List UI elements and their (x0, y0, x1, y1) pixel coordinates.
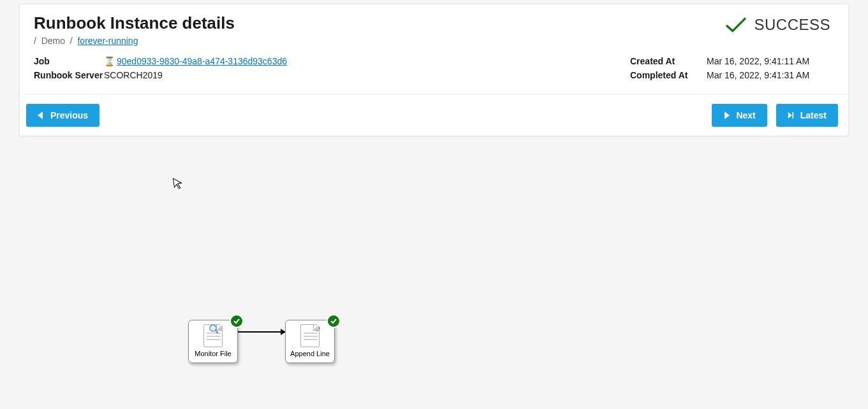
latest-button[interactable]: Latest (776, 104, 838, 127)
success-badge-icon (230, 314, 244, 328)
next-label: Next (736, 110, 755, 120)
card-body: SUCCESS Runbook Instance details / Demo … (20, 4, 848, 94)
page-title: Runbook Instance details (34, 13, 834, 33)
node-label: Append Line (290, 350, 330, 357)
completed-value: Mar 16, 2022, 9:41:31 AM (707, 70, 834, 80)
completed-label: Completed At (630, 70, 707, 80)
previous-button[interactable]: Previous (26, 104, 99, 127)
card-footer: Previous Next Latest (20, 94, 848, 136)
previous-label: Previous (50, 110, 88, 120)
magnifier-icon (209, 324, 219, 334)
breadcrumb-sep: / (34, 36, 36, 46)
breadcrumb-sep: / (70, 36, 73, 46)
svg-line-2 (216, 331, 218, 333)
connector-arrow-icon (238, 331, 285, 333)
success-check-icon (725, 16, 747, 34)
triangle-left-icon (38, 111, 44, 119)
breadcrumb-link-forever-running[interactable]: forever-running (77, 36, 138, 46)
hourglass-icon: ⌛ (104, 56, 113, 66)
svg-rect-0 (792, 112, 793, 118)
kv-job: Job ⌛90ed0933-9830-49a8-a474-3136d93c63d… (34, 56, 353, 66)
node-append-line[interactable]: + Append Line (285, 320, 335, 363)
server-value: SCORCH2019 (104, 70, 353, 80)
job-id-link[interactable]: 90ed0933-9830-49a8-a474-3136d93c63d6 (117, 56, 287, 66)
node-monitor-file[interactable]: Monitor File (188, 320, 238, 363)
kv-completed: Completed At Mar 16, 2022, 9:41:31 AM (630, 70, 834, 80)
job-label: Job (34, 56, 104, 66)
workflow-diagram: Monitor File + Append Line (188, 320, 335, 363)
plus-icon: + (314, 322, 321, 334)
node-label: Monitor File (195, 350, 231, 357)
svg-point-1 (210, 325, 216, 331)
kv-created: Created At Mar 16, 2022, 9:41:11 AM (630, 56, 834, 66)
file-icon (203, 324, 223, 347)
cursor-icon (172, 176, 184, 194)
triangle-right-icon (723, 111, 730, 119)
details-right: Created At Mar 16, 2022, 9:41:11 AM Comp… (630, 56, 834, 84)
breadcrumb: / Demo / forever-running (34, 36, 834, 46)
latest-label: Latest (800, 110, 827, 120)
details-card: SUCCESS Runbook Instance details / Demo … (19, 4, 849, 136)
skip-end-icon (788, 111, 794, 119)
success-badge-icon (327, 314, 341, 328)
next-button[interactable]: Next (712, 104, 767, 127)
job-value: ⌛90ed0933-9830-49a8-a474-3136d93c63d6 (104, 56, 353, 66)
right-button-group: Next Latest (712, 104, 838, 127)
details-row: Job ⌛90ed0933-9830-49a8-a474-3136d93c63d… (34, 56, 834, 84)
status-text: SUCCESS (754, 16, 830, 34)
created-value: Mar 16, 2022, 9:41:11 AM (707, 56, 834, 66)
status-badge: SUCCESS (725, 16, 830, 34)
breadcrumb-item-demo: Demo (41, 36, 65, 46)
kv-server: Runbook Server SCORCH2019 (34, 70, 353, 80)
created-label: Created At (630, 56, 707, 66)
file-icon: + (300, 324, 320, 347)
server-label: Runbook Server (34, 70, 104, 80)
details-left: Job ⌛90ed0933-9830-49a8-a474-3136d93c63d… (34, 56, 353, 84)
